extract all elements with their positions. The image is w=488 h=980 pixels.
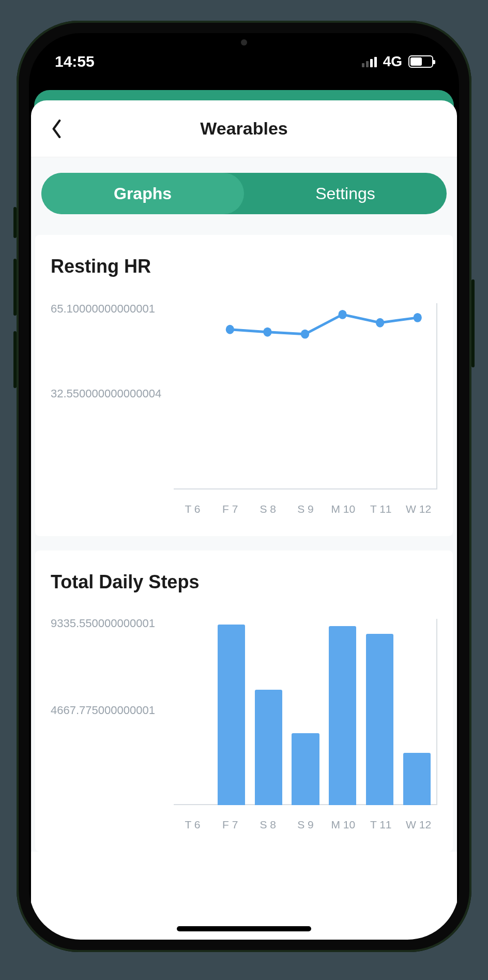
steps-card: Total Daily Steps 9335.550000000001 4667… [35, 551, 453, 852]
hr-point [263, 328, 271, 337]
volume-up-button [13, 259, 17, 316]
hr-line-svg [174, 303, 436, 488]
app-sheet: Wearables Graphs Settings Resting HR 65.… [31, 100, 457, 940]
tab-graphs[interactable]: Graphs [41, 173, 244, 214]
resting-hr-card: Resting HR 65.10000000000001 32.55000000… [35, 235, 453, 536]
steps-bar-slot [361, 619, 399, 805]
hr-x-tick: T 6 [174, 495, 211, 521]
volume-down-button [13, 331, 17, 388]
steps-bar [255, 690, 282, 805]
steps-bar [403, 753, 431, 805]
home-indicator[interactable] [177, 926, 311, 931]
steps-bar-slot [176, 619, 213, 805]
hr-point [226, 325, 234, 334]
steps-x-tick: S 9 [287, 810, 325, 836]
page-header: Wearables [31, 100, 457, 157]
content-scroll[interactable]: Resting HR 65.10000000000001 32.55000000… [31, 235, 457, 852]
steps-x-tick: M 10 [324, 810, 362, 836]
steps-bar [329, 626, 356, 805]
signal-icon [362, 56, 377, 67]
hr-point [376, 318, 384, 328]
hr-x-tick: M 10 [324, 495, 362, 521]
steps-chart: 9335.550000000001 4667.775000000001 [51, 619, 437, 836]
steps-x-tick: T 11 [362, 810, 400, 836]
hr-y-axis: 65.10000000000001 32.550000000000004 [51, 303, 185, 521]
hr-line-path [230, 315, 418, 334]
steps-x-tick: F 7 [211, 810, 249, 836]
steps-x-tick: S 8 [249, 810, 287, 836]
hr-x-tick: F 7 [211, 495, 249, 521]
network-label: 4G [383, 53, 402, 70]
steps-y-tick-0: 9335.550000000001 [51, 617, 155, 630]
tabs-container: Graphs Settings [41, 173, 447, 214]
phone-notch [166, 33, 322, 64]
steps-bar [366, 634, 393, 805]
steps-x-tick: T 6 [174, 810, 211, 836]
status-right: 4G [362, 53, 433, 70]
steps-bar-slot [287, 619, 324, 805]
resting-hr-chart: 65.10000000000001 32.550000000000004 [51, 303, 437, 521]
hr-x-axis: T 6 F 7 S 8 S 9 M 10 T 11 W 12 [174, 495, 437, 521]
steps-x-axis: T 6 F 7 S 8 S 9 M 10 T 11 W 12 [174, 810, 437, 836]
tabs-bar: Graphs Settings [31, 157, 457, 235]
steps-y-axis: 9335.550000000001 4667.775000000001 [51, 619, 185, 836]
phone-screen: 14:55 4G Wearables Graphs Settings [29, 33, 459, 940]
back-button[interactable] [47, 118, 67, 139]
chevron-left-icon [51, 120, 63, 138]
steps-bar-slot [398, 619, 435, 805]
hr-point [301, 330, 309, 339]
phone-frame: 14:55 4G Wearables Graphs Settings [17, 21, 471, 952]
side-button [13, 207, 17, 238]
steps-title: Total Daily Steps [51, 571, 437, 593]
hr-x-tick: T 11 [362, 495, 400, 521]
tab-settings[interactable]: Settings [244, 173, 447, 214]
hr-plot-area [174, 303, 437, 489]
hr-x-tick: S 8 [249, 495, 287, 521]
page-title: Wearables [200, 118, 287, 139]
hr-y-tick-0: 65.10000000000001 [51, 302, 155, 316]
steps-y-tick-1: 4667.775000000001 [51, 704, 155, 717]
steps-bar-slot [324, 619, 361, 805]
hr-x-tick: W 12 [400, 495, 437, 521]
steps-bar-slot [213, 619, 250, 805]
hr-y-tick-1: 32.550000000000004 [51, 387, 161, 400]
resting-hr-title: Resting HR [51, 256, 437, 277]
steps-bar-slot [250, 619, 287, 805]
hr-point [414, 313, 422, 322]
steps-bar [292, 733, 319, 805]
steps-bar [218, 625, 245, 805]
status-time: 14:55 [55, 53, 95, 70]
power-button [471, 279, 475, 367]
hr-point [338, 310, 346, 319]
steps-bars [174, 619, 437, 805]
steps-x-tick: W 12 [400, 810, 437, 836]
hr-x-tick: S 9 [287, 495, 325, 521]
battery-icon [408, 55, 433, 68]
